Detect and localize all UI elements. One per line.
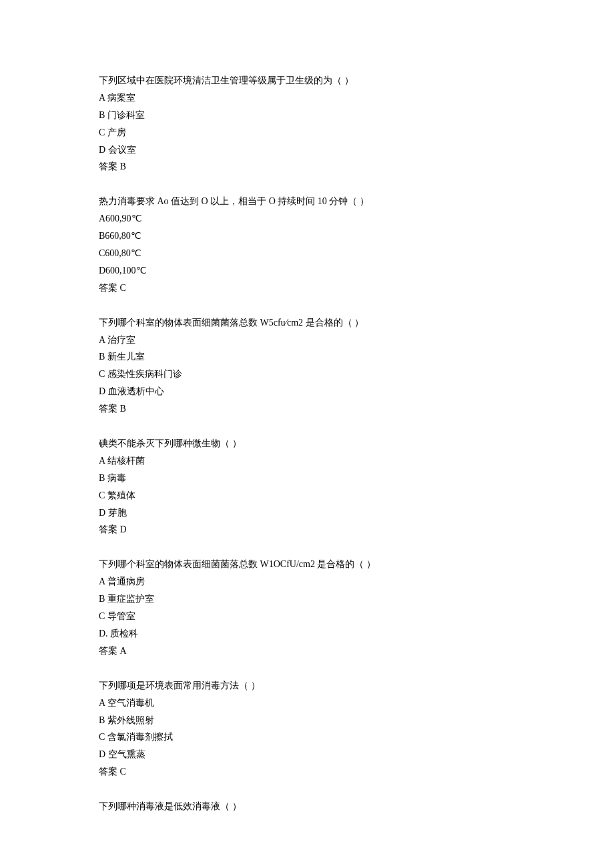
question-option: D 血液透析中心 xyxy=(99,383,515,400)
question-block: 下列哪个科室的物体表面细菌菌落总数 W5cfu∕cm2 是合格的（ ） A 治疗… xyxy=(99,314,515,418)
question-block: 下列哪种消毒液是低效消毒液（ ） xyxy=(99,798,515,815)
question-answer: 答案 D xyxy=(99,521,515,538)
question-option: D. 质检科 xyxy=(99,625,515,642)
question-option: B 紫外线照射 xyxy=(99,712,515,729)
question-option: C 导管室 xyxy=(99,608,515,625)
question-stem: 下列区域中在医院环境清洁卫生管理等级属于卫生级的为（ ） xyxy=(99,72,515,89)
question-option: A 病案室 xyxy=(99,89,515,107)
question-option: B 重症监护室 xyxy=(99,590,515,608)
question-block: 碘类不能杀灭下列哪种微生物（ ） A 结核杆菌 B 病毒 C 繁殖体 D 芽胞 … xyxy=(99,435,515,538)
question-option: A 治疗室 xyxy=(99,332,515,349)
question-option: B 病毒 xyxy=(99,470,515,487)
question-stem: 下列哪项是环境表面常用消毒方法（ ） xyxy=(99,677,515,695)
question-option: C 含氯消毒剂擦拭 xyxy=(99,729,515,746)
question-option: C 产房 xyxy=(99,124,515,141)
question-answer: 答案 C xyxy=(99,763,515,781)
question-stem: 碘类不能杀灭下列哪种微生物（ ） xyxy=(99,435,515,452)
question-option: A 空气消毒机 xyxy=(99,695,515,712)
question-stem: 下列哪个科室的物体表面细菌菌落总数 W5cfu∕cm2 是合格的（ ） xyxy=(99,314,515,332)
question-option: C600,80℃ xyxy=(99,245,515,262)
question-option: D 空气熏蒸 xyxy=(99,746,515,763)
question-answer: 答案 B xyxy=(99,158,515,175)
document-body: 下列区域中在医院环境清洁卫生管理等级属于卫生级的为（ ） A 病案室 B 门诊科… xyxy=(99,72,515,815)
question-option: D600,100℃ xyxy=(99,262,515,280)
question-stem: 下列哪种消毒液是低效消毒液（ ） xyxy=(99,798,515,815)
question-stem: 下列哪个科室的物体表面细菌菌落总数 W1OCfU/cm2 是合格的（ ） xyxy=(99,556,515,573)
question-option: A 结核杆菌 xyxy=(99,452,515,470)
question-option: B660,80℃ xyxy=(99,228,515,245)
question-stem: 热力消毒要求 Ao 值达到 O 以上，相当于 O 持续时间 10 分钟（ ） xyxy=(99,193,515,210)
question-option: A600,90℃ xyxy=(99,210,515,228)
question-option: B 新生儿室 xyxy=(99,348,515,366)
question-option: D 会议室 xyxy=(99,141,515,159)
question-option: D 芽胞 xyxy=(99,504,515,522)
question-answer: 答案 C xyxy=(99,280,515,297)
question-block: 热力消毒要求 Ao 值达到 O 以上，相当于 O 持续时间 10 分钟（ ） A… xyxy=(99,193,515,296)
question-answer: 答案 B xyxy=(99,400,515,418)
question-option: B 门诊科室 xyxy=(99,107,515,124)
question-option: C 繁殖体 xyxy=(99,487,515,504)
question-answer: 答案 A xyxy=(99,642,515,660)
question-option: C 感染性疾病科门诊 xyxy=(99,366,515,383)
question-option: A 普通病房 xyxy=(99,573,515,590)
question-block: 下列区域中在医院环境清洁卫生管理等级属于卫生级的为（ ） A 病案室 B 门诊科… xyxy=(99,72,515,175)
question-block: 下列哪项是环境表面常用消毒方法（ ） A 空气消毒机 B 紫外线照射 C 含氯消… xyxy=(99,677,515,781)
question-block: 下列哪个科室的物体表面细菌菌落总数 W1OCfU/cm2 是合格的（ ） A 普… xyxy=(99,556,515,659)
